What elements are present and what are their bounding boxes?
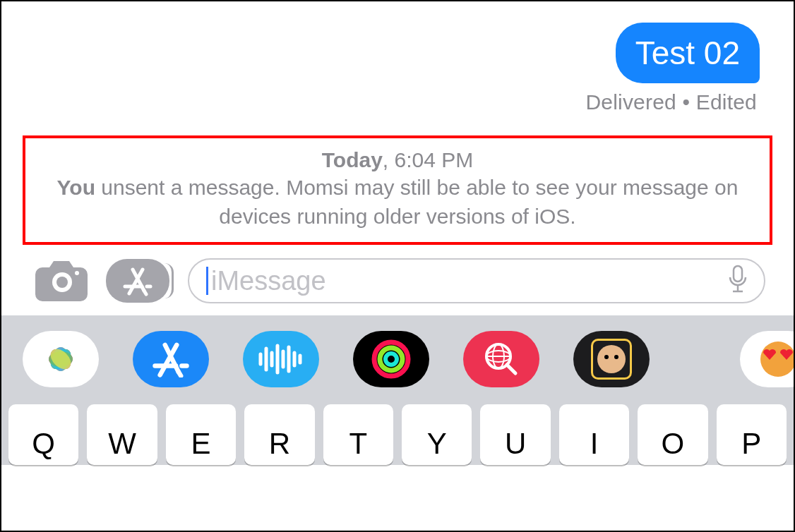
svg-point-34 — [385, 353, 397, 365]
conversation-area: Test 02 Delivered • Edited — [1, 1, 794, 114]
memoji-face-icon — [597, 345, 626, 373]
appstore-icon — [122, 265, 153, 296]
compose-placeholder: iMessage — [211, 266, 326, 296]
app-fitness[interactable] — [353, 331, 429, 387]
app-strip[interactable] — [1, 315, 794, 397]
message-input[interactable]: iMessage — [188, 258, 765, 303]
svg-rect-8 — [734, 266, 742, 282]
camera-icon — [35, 258, 88, 301]
unsent-you: You — [57, 176, 95, 199]
key-i[interactable]: I — [559, 404, 629, 465]
photos-icon — [42, 340, 80, 378]
app-find[interactable] — [463, 331, 539, 387]
key-y[interactable]: Y — [402, 404, 472, 465]
key-e[interactable]: E — [166, 404, 236, 465]
activity-rings-icon — [371, 339, 412, 380]
svg-line-23 — [179, 372, 181, 376]
key-t[interactable]: T — [323, 404, 393, 465]
svg-point-2 — [75, 271, 79, 275]
unsent-body: unsent a message. Momsi may still be abl… — [95, 176, 738, 228]
outgoing-message-bubble[interactable]: Test 02 — [616, 23, 760, 83]
unsent-notice: You unsent a message. Momsi may still be… — [32, 174, 763, 231]
appstore-icon — [153, 341, 189, 377]
message-status: Delivered • Edited — [585, 90, 757, 114]
text-cursor — [206, 267, 208, 295]
keyboard-row-1: Q W E R T Y U I O P — [1, 397, 794, 465]
key-w[interactable]: W — [87, 404, 157, 465]
key-p[interactable]: P — [717, 404, 787, 465]
app-memoji[interactable] — [573, 331, 650, 387]
svg-point-1 — [56, 277, 68, 288]
app-drawer-toggle[interactable] — [106, 259, 169, 303]
annotation-highlight-box: Today, 6:04 PM You unsent a message. Mom… — [23, 135, 772, 245]
key-r[interactable]: R — [244, 404, 314, 465]
key-u[interactable]: U — [480, 404, 550, 465]
app-audio-message[interactable] — [243, 331, 319, 387]
sticker-icon — [740, 331, 794, 387]
key-q[interactable]: Q — [8, 404, 78, 465]
app-stickers[interactable] — [740, 331, 794, 387]
svg-point-33 — [380, 348, 402, 370]
timestamp-day: Today — [322, 148, 383, 171]
app-appstore[interactable] — [133, 331, 209, 387]
memoji-frame-icon — [591, 339, 632, 380]
unsent-timestamp: Today, 6:04 PM — [32, 148, 763, 172]
microphone-icon — [727, 265, 748, 294]
magnifier-globe-icon — [482, 339, 521, 379]
compose-row: iMessage — [1, 256, 794, 315]
svg-line-36 — [507, 365, 515, 373]
app-photos[interactable] — [23, 331, 99, 387]
waveform-icon — [256, 343, 306, 375]
camera-button[interactable] — [35, 258, 88, 304]
timestamp-time: , 6:04 PM — [383, 148, 473, 171]
key-o[interactable]: O — [638, 404, 707, 465]
dictation-button[interactable] — [727, 265, 748, 297]
svg-line-7 — [144, 291, 146, 294]
